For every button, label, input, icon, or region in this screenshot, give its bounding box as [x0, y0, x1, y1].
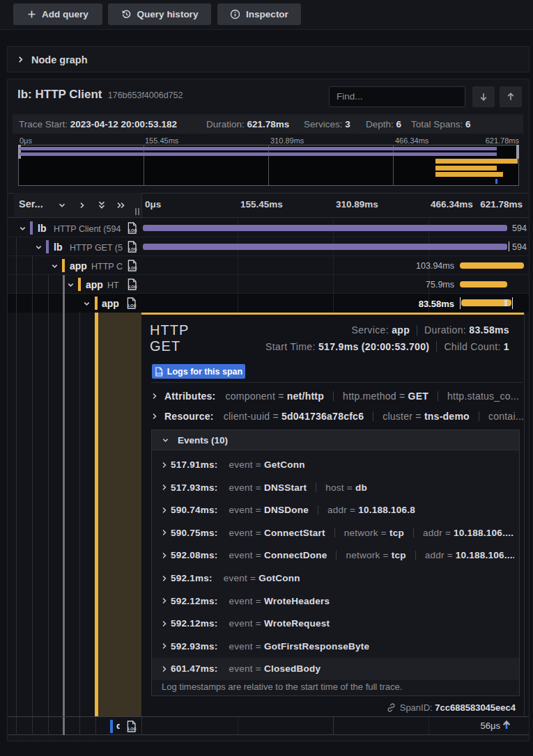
svg-text:LOG: LOG [128, 304, 137, 308]
svg-text:LOG: LOG [128, 726, 137, 730]
svg-text:LOG: LOG [129, 247, 137, 251]
svg-text:LOG: LOG [129, 266, 137, 270]
svg-text:LOG: LOG [129, 285, 137, 289]
svg-text:LOG: LOG [129, 228, 137, 233]
svg-text:LOG: LOG [156, 372, 163, 375]
